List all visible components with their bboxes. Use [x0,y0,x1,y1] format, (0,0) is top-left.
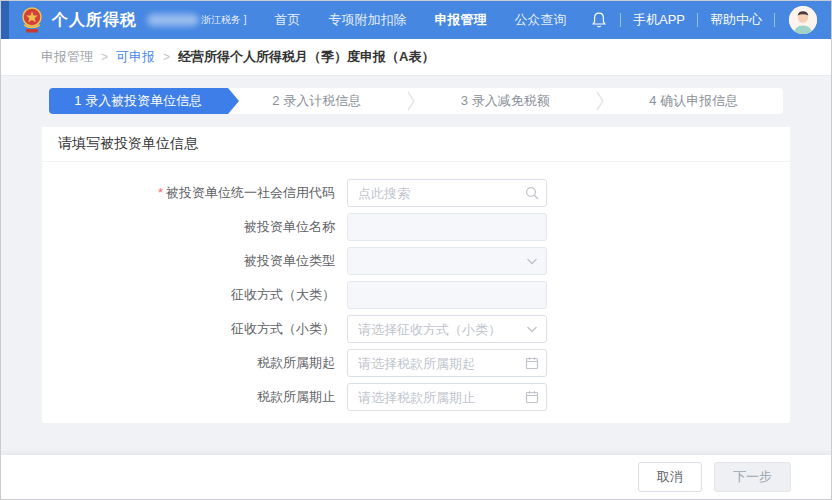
collection-method-minor-input[interactable] [347,315,547,343]
mobile-app-link[interactable]: 手机APP [633,11,685,29]
credit-code-search-field [347,179,547,207]
form-row-tax-period-start: 税款所属期起 [42,349,790,377]
org-suffix-text: 浙江税务 ] [201,13,247,27]
header-right: 手机APP 帮助中心 [590,6,817,34]
cancel-button[interactable]: 取消 [638,462,702,492]
form-row-tax-period-end: 税款所属期止 [42,383,790,411]
form-row-collection-method-major: 征收方式（大类） [42,281,790,309]
top-navigation: 首页 专项附加扣除 申报管理 公众查询 [275,11,567,29]
form-section-title: 请填写被投资单位信息 [42,127,790,162]
entity-name-input [347,213,547,241]
step-separator-chevron [595,88,605,114]
tax-period-start-datepicker [347,349,547,377]
collection-method-major-field [347,281,547,309]
tax-period-start-input[interactable] [347,349,547,377]
step-wizard: 1 录入被投资单位信息 2 录入计税信息 3 录入减免税额 4 确认申报信息 [49,88,783,114]
main-content: 1 录入被投资单位信息 2 录入计税信息 3 录入减免税额 4 确认申报信息 请… [1,76,831,455]
field-label: 被投资单位类型 [42,252,347,270]
field-label: 征收方式（小类） [42,320,347,338]
step-separator-chevron [406,88,416,114]
breadcrumb-separator: > [163,50,170,64]
breadcrumb-declarable[interactable]: 可申报 [116,48,155,66]
field-label: 被投资单位名称 [42,218,347,236]
divider [774,13,775,27]
form-row-entity-name: 被投资单位名称 [42,213,790,241]
header-left-strip [1,1,9,39]
step-4-confirm-declaration-info: 4 确认申报信息 [605,88,784,114]
help-center-link[interactable]: 帮助中心 [710,11,762,29]
nav-item-public-query[interactable]: 公众查询 [515,11,567,29]
collection-method-minor-select [347,315,547,343]
field-label: 征收方式（大类） [42,286,347,304]
field-label: 税款所属期起 [42,354,347,372]
form-row-collection-method-minor: 征收方式（小类） [42,315,790,343]
form-card: 请填写被投资单位信息 *被投资单位统一社会信用代码 [41,126,791,424]
form-row-credit-code: *被投资单位统一社会信用代码 [42,179,790,207]
app-window: 个人所得税 浙江税务 ] 首页 专项附加扣除 申报管理 公众查询 手机APP 帮… [0,0,832,500]
entity-type-input [347,247,547,275]
invested-entity-form: *被投资单位统一社会信用代码 被投资单位名称 [42,162,790,411]
tax-period-end-datepicker [347,383,547,411]
form-row-entity-type: 被投资单位类型 [42,247,790,275]
field-label: 税款所属期止 [42,388,347,406]
nav-item-home[interactable]: 首页 [275,11,301,29]
app-title: 个人所得税 [52,10,137,31]
breadcrumb: 申报管理 > 可申报 > 经营所得个人所得税月（季）度申报（A表） [1,39,831,76]
divider [620,13,621,27]
breadcrumb-current-page: 经营所得个人所得税月（季）度申报（A表） [178,48,434,66]
required-asterisk: * [158,185,163,200]
credit-code-search-input[interactable] [347,179,547,207]
tax-period-end-input[interactable] [347,383,547,411]
footer-action-bar: 取消 下一步 [1,455,831,499]
field-label: *被投资单位统一社会信用代码 [42,184,347,202]
nav-item-declaration-management[interactable]: 申报管理 [435,11,487,29]
entity-name-field [347,213,547,241]
top-header: 个人所得税 浙江税务 ] 首页 专项附加扣除 申报管理 公众查询 手机APP 帮… [1,1,831,39]
breadcrumb-separator: > [101,50,108,64]
user-avatar[interactable] [789,6,817,34]
divider [697,13,698,27]
step-3-tax-reduction-info: 3 录入减免税额 [416,88,595,114]
tax-bureau-emblem-icon [19,6,45,34]
collection-method-major-input [347,281,547,309]
step-1-invested-entity-info[interactable]: 1 录入被投资单位信息 [49,88,228,114]
breadcrumb-declaration-management[interactable]: 申报管理 [41,48,93,66]
org-label: 浙江税务 ] [147,13,247,27]
redacted-name-blur [147,14,199,26]
brand[interactable]: 个人所得税 [19,6,137,34]
nav-item-special-deductions[interactable]: 专项附加扣除 [329,11,407,29]
notification-bell-icon[interactable] [590,11,608,29]
step-2-tax-calculation-info: 2 录入计税信息 [228,88,407,114]
next-step-button[interactable]: 下一步 [714,462,791,492]
entity-type-select [347,247,547,275]
